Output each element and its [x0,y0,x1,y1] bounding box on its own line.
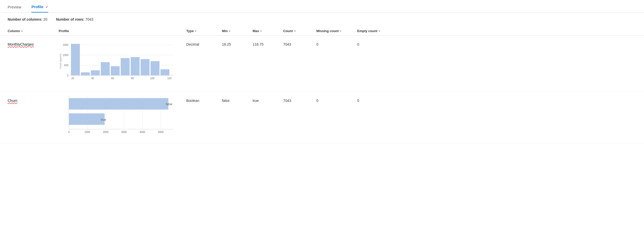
svg-text:1000: 1000 [63,54,69,57]
type-monthly-charges: Decimal [186,40,222,46]
svg-rect-12 [101,62,110,75]
svg-text:80: 80 [131,77,134,80]
meta-info: Number of columns: 20 Number of rows: 70… [0,13,644,24]
tab-profile[interactable]: Profile ✓ [31,5,48,12]
chevron-down-icon: ∨ [21,30,23,32]
monthly-charges-row: MonthlyCharges 1500 1000 500 0 Count (ap… [8,40,636,88]
svg-rect-15 [131,57,140,75]
max-monthly-charges: 118.75 [253,40,283,46]
svg-text:500: 500 [64,64,68,67]
svg-rect-32 [69,98,168,110]
table-row: MonthlyCharges 1500 1000 500 0 Count (ap… [0,36,644,92]
svg-rect-14 [121,58,130,75]
rows-value: 7043 [85,17,93,21]
svg-text:1000: 1000 [84,131,90,133]
svg-text:0: 0 [67,74,68,77]
min-monthly-charges: 18.25 [222,40,253,46]
columns-value: 20 [43,17,47,21]
svg-rect-10 [81,72,90,75]
type-churn: Boolean [186,96,222,103]
svg-rect-34 [69,113,105,125]
svg-text:false: false [166,102,172,106]
svg-text:1500: 1500 [63,44,69,46]
missing-churn: 0 [316,96,357,103]
svg-rect-17 [151,61,159,75]
tab-preview[interactable]: Preview [8,5,21,12]
chevron-down-icon: ∨ [340,30,341,32]
svg-rect-9 [71,44,80,75]
svg-text:2000: 2000 [103,131,109,133]
svg-text:true: true [101,118,106,122]
svg-text:100: 100 [150,77,155,80]
header-missing-count[interactable]: Missing count ∨ [316,29,357,33]
svg-rect-13 [111,66,120,75]
svg-text:4000: 4000 [140,131,145,133]
header-type[interactable]: Type ∨ [186,29,222,33]
max-churn: true [253,96,283,103]
column-profile-bar-chart: false true 0 1000 2000 3000 4000 5000 [59,96,186,139]
header-column[interactable]: Column ∨ [8,29,59,33]
missing-monthly-charges: 0 [316,40,357,46]
header-profile: Profile [59,29,186,33]
svg-text:120: 120 [167,77,172,80]
rows-label: Number of rows: [56,17,84,21]
column-name-churn: Churn [8,96,59,103]
svg-rect-18 [160,69,169,75]
chevron-down-icon: ∨ [229,30,230,32]
svg-text:20: 20 [71,77,74,80]
header-min[interactable]: Min ∨ [222,29,253,33]
count-monthly-charges: 7043 [283,40,316,46]
svg-rect-11 [91,70,100,75]
svg-text:40: 40 [91,77,94,80]
profile-table: Column ∨ Profile Type ∨ Min ∨ Max ∨ Coun… [0,24,644,143]
column-profile-histogram: 1500 1000 500 0 Count (approx) [59,40,186,88]
chevron-down-icon: ∨ [294,30,296,32]
histogram-svg: 1500 1000 500 0 Count (approx) [59,40,176,87]
empty-churn: 0 [357,96,393,103]
header-count[interactable]: Count ∨ [283,29,316,33]
column-name-monthly-charges: MonthlyCharges [8,40,59,46]
header-max[interactable]: Max ∨ [253,29,283,33]
svg-text:5000: 5000 [158,131,164,133]
svg-text:3000: 3000 [121,131,127,133]
svg-text:60: 60 [111,77,114,80]
profile-check-icon: ✓ [45,5,48,9]
churn-row: Churn false true [8,96,636,139]
columns-label: Number of columns: [8,17,42,21]
min-churn: false [222,96,253,103]
table-row: Churn false true [0,92,644,143]
svg-rect-16 [141,59,150,75]
table-header: Column ∨ Profile Type ∨ Min ∨ Max ∨ Coun… [0,26,644,36]
count-churn: 7043 [283,96,316,103]
header-empty-count[interactable]: Empty count ∨ [357,29,393,33]
svg-text:0: 0 [68,131,70,133]
chevron-down-icon: ∨ [260,30,262,32]
chevron-down-icon: ∨ [195,30,196,32]
empty-monthly-charges: 0 [357,40,393,46]
svg-text:Count (approx): Count (approx) [59,54,62,69]
chevron-down-icon: ∨ [378,30,380,32]
bar-chart-svg: false true 0 1000 2000 3000 4000 5000 [59,96,176,138]
tab-bar: Preview Profile ✓ [0,0,644,13]
